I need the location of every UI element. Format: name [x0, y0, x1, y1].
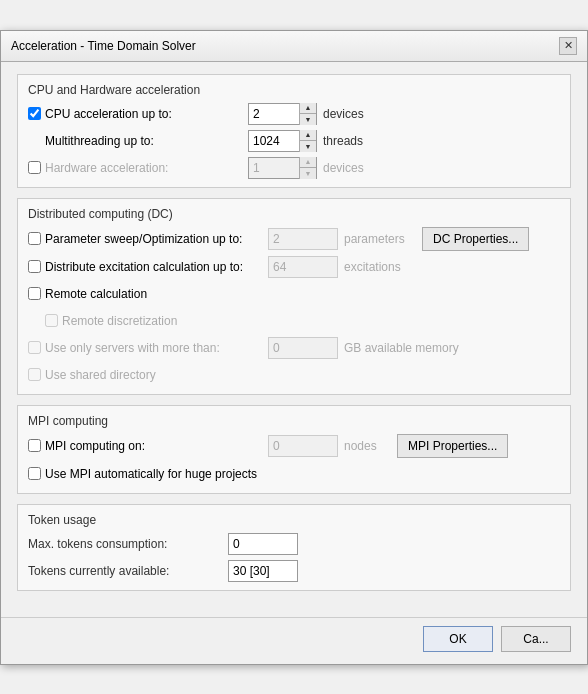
distribute-row: Distribute excitation calculation up to:…: [28, 256, 560, 278]
remote-disc-label: Remote discretization: [62, 314, 177, 328]
cpu-accel-checkbox[interactable]: [28, 107, 41, 120]
dialog-body: CPU and Hardware acceleration CPU accele…: [1, 62, 587, 613]
cpu-accel-unit: devices: [323, 107, 383, 121]
param-sweep-unit: parameters: [344, 232, 414, 246]
max-tokens-label: Max. tokens consumption:: [28, 537, 228, 551]
dc-section-title: Distributed computing (DC): [28, 207, 560, 221]
hardware-input[interactable]: 1: [249, 158, 299, 178]
param-sweep-row: Parameter sweep/Optimization up to: para…: [28, 227, 560, 251]
shared-dir-checkbox-label[interactable]: Use shared directory: [28, 368, 248, 382]
hardware-row: Hardware acceleration: 1 ▲ ▼ devices: [28, 157, 560, 179]
close-button[interactable]: ✕: [559, 37, 577, 55]
mpi-unit: nodes: [344, 439, 389, 453]
remote-calc-row: Remote calculation: [28, 283, 560, 305]
multithreading-row: Multithreading up to: 1024 ▲ ▼ threads: [28, 130, 560, 152]
cancel-button[interactable]: Ca...: [501, 626, 571, 652]
dialog: Acceleration - Time Domain Solver ✕ CPU …: [0, 30, 588, 665]
mpi-input[interactable]: [268, 435, 338, 457]
distribute-label: Distribute excitation calculation up to:: [45, 260, 243, 274]
hardware-spinner: 1 ▲ ▼: [248, 157, 317, 179]
mpi-row: MPI computing on: nodes MPI Properties..…: [28, 434, 560, 458]
remote-calc-checkbox[interactable]: [28, 287, 41, 300]
remote-disc-checkbox-label[interactable]: Remote discretization: [28, 314, 248, 328]
max-tokens-row: Max. tokens consumption:: [28, 533, 560, 555]
mpi-checkbox-label[interactable]: MPI computing on:: [28, 439, 268, 453]
auto-mpi-label: Use MPI automatically for huge projects: [45, 467, 257, 481]
cpu-accel-spinner: 2 ▲ ▼: [248, 103, 317, 125]
multithreading-label: Multithreading up to:: [28, 134, 248, 148]
auto-mpi-checkbox[interactable]: [28, 467, 41, 480]
dialog-title: Acceleration - Time Domain Solver: [11, 39, 196, 53]
only-servers-label: Use only servers with more than:: [45, 341, 220, 355]
token-section: Token usage Max. tokens consumption: Tok…: [17, 504, 571, 591]
only-servers-unit: GB available memory: [344, 341, 459, 355]
distribute-input[interactable]: [268, 256, 338, 278]
multithreading-up-btn[interactable]: ▲: [300, 130, 316, 141]
auto-mpi-row: Use MPI automatically for huge projects: [28, 463, 560, 485]
distribute-checkbox-label[interactable]: Distribute excitation calculation up to:: [28, 260, 268, 274]
multithreading-input[interactable]: 1024: [249, 131, 299, 151]
param-sweep-checkbox-label[interactable]: Parameter sweep/Optimization up to:: [28, 232, 268, 246]
hardware-checkbox[interactable]: [28, 161, 41, 174]
cpu-section: CPU and Hardware acceleration CPU accele…: [17, 74, 571, 188]
shared-dir-row: Use shared directory: [28, 364, 560, 386]
only-servers-checkbox[interactable]: [28, 341, 41, 354]
auto-mpi-checkbox-label[interactable]: Use MPI automatically for huge projects: [28, 467, 257, 481]
dc-section: Distributed computing (DC) Parameter swe…: [17, 198, 571, 395]
cpu-accel-row: CPU acceleration up to: 2 ▲ ▼ devices: [28, 103, 560, 125]
mpi-properties-button[interactable]: MPI Properties...: [397, 434, 508, 458]
shared-dir-checkbox[interactable]: [28, 368, 41, 381]
distribute-unit: excitations: [344, 260, 414, 274]
distribute-checkbox[interactable]: [28, 260, 41, 273]
mpi-section-title: MPI computing: [28, 414, 560, 428]
hardware-checkbox-label[interactable]: Hardware acceleration:: [28, 161, 248, 175]
ok-button[interactable]: OK: [423, 626, 493, 652]
param-sweep-label: Parameter sweep/Optimization up to:: [45, 232, 242, 246]
cpu-accel-label: CPU acceleration up to:: [45, 107, 172, 121]
remote-disc-checkbox[interactable]: [45, 314, 58, 327]
multithreading-down-btn[interactable]: ▼: [300, 141, 316, 152]
token-section-title: Token usage: [28, 513, 560, 527]
multithreading-label-text: Multithreading up to:: [45, 134, 154, 148]
hardware-spinner-buttons: ▲ ▼: [299, 157, 316, 179]
only-servers-input[interactable]: [268, 337, 338, 359]
multithreading-spinner-buttons: ▲ ▼: [299, 130, 316, 152]
mpi-label: MPI computing on:: [45, 439, 145, 453]
bottom-buttons: OK Ca...: [1, 617, 587, 664]
param-sweep-input[interactable]: [268, 228, 338, 250]
remote-calc-label: Remote calculation: [45, 287, 147, 301]
dc-properties-button[interactable]: DC Properties...: [422, 227, 529, 251]
available-tokens-input[interactable]: [228, 560, 298, 582]
only-servers-row: Use only servers with more than: GB avai…: [28, 337, 560, 359]
cpu-accel-spinner-buttons: ▲ ▼: [299, 103, 316, 125]
multithreading-unit: threads: [323, 134, 383, 148]
title-bar: Acceleration - Time Domain Solver ✕: [1, 31, 587, 62]
only-servers-checkbox-label[interactable]: Use only servers with more than:: [28, 341, 268, 355]
available-tokens-label: Tokens currently available:: [28, 564, 228, 578]
remote-calc-checkbox-label[interactable]: Remote calculation: [28, 287, 248, 301]
max-tokens-input[interactable]: [228, 533, 298, 555]
cpu-accel-down-btn[interactable]: ▼: [300, 114, 316, 125]
hardware-unit: devices: [323, 161, 383, 175]
mpi-checkbox[interactable]: [28, 439, 41, 452]
shared-dir-label: Use shared directory: [45, 368, 156, 382]
available-tokens-row: Tokens currently available:: [28, 560, 560, 582]
cpu-accel-up-btn[interactable]: ▲: [300, 103, 316, 114]
cpu-accel-input[interactable]: 2: [249, 104, 299, 124]
param-sweep-checkbox[interactable]: [28, 232, 41, 245]
cpu-accel-checkbox-label[interactable]: CPU acceleration up to:: [28, 107, 248, 121]
mpi-section: MPI computing MPI computing on: nodes MP…: [17, 405, 571, 494]
remote-disc-row: Remote discretization: [28, 310, 560, 332]
multithreading-spinner: 1024 ▲ ▼: [248, 130, 317, 152]
cpu-section-title: CPU and Hardware acceleration: [28, 83, 560, 97]
hardware-up-btn[interactable]: ▲: [300, 157, 316, 168]
hardware-down-btn[interactable]: ▼: [300, 168, 316, 179]
hardware-label: Hardware acceleration:: [45, 161, 168, 175]
